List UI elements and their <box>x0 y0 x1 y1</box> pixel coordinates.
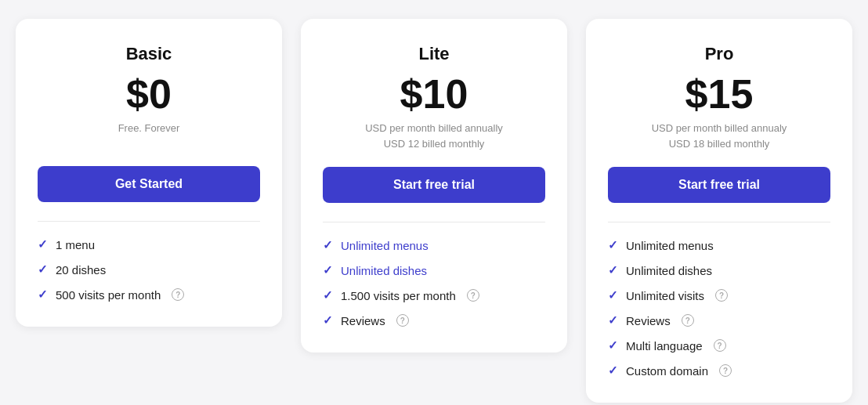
check-icon: ✓ <box>608 238 618 252</box>
list-item: ✓500 visits per month? <box>38 287 260 302</box>
list-item: ✓Custom domain? <box>608 363 830 378</box>
plan-billing-lite: USD per month billed annuallyUSD 12 bill… <box>323 121 545 151</box>
divider-pro <box>608 222 830 222</box>
check-icon: ✓ <box>38 262 48 277</box>
check-icon: ✓ <box>608 263 618 277</box>
feature-text: Unlimited dishes <box>341 264 427 277</box>
features-list-lite: ✓Unlimited menus✓Unlimited dishes✓1.500 … <box>323 238 545 327</box>
feature-text: Reviews <box>626 314 671 327</box>
list-item: ✓20 dishes <box>38 262 260 277</box>
plan-price-basic: $0 <box>38 74 260 114</box>
list-item: ✓Reviews? <box>323 313 545 327</box>
check-icon: ✓ <box>38 287 48 302</box>
plan-button-pro[interactable]: Start free trial <box>608 167 830 203</box>
check-icon: ✓ <box>323 313 333 327</box>
divider-lite <box>323 222 545 222</box>
plan-name-pro: Pro <box>608 44 830 64</box>
plan-billing-pro: USD per month billed annualyUSD 18 bille… <box>608 121 830 151</box>
help-icon[interactable]: ? <box>719 364 732 377</box>
feature-text: Reviews <box>341 314 385 327</box>
plan-card-lite: Lite$10USD per month billed annuallyUSD … <box>301 19 567 353</box>
help-icon[interactable]: ? <box>396 314 409 327</box>
list-item: ✓Unlimited menus <box>323 238 545 252</box>
divider-basic <box>38 221 260 222</box>
help-icon[interactable]: ? <box>714 339 726 352</box>
list-item: ✓Unlimited menus <box>608 238 830 252</box>
check-icon: ✓ <box>608 313 618 327</box>
help-icon[interactable]: ? <box>467 289 479 302</box>
plan-name-lite: Lite <box>323 44 545 64</box>
help-icon[interactable]: ? <box>172 288 184 301</box>
list-item: ✓Unlimited dishes <box>323 263 545 277</box>
check-icon: ✓ <box>38 237 48 251</box>
feature-text: 1 menu <box>56 238 95 251</box>
list-item: ✓Unlimited dishes <box>608 263 830 277</box>
feature-text: Unlimited menus <box>626 239 714 252</box>
check-icon: ✓ <box>608 288 618 302</box>
feature-text: Multi language <box>626 339 703 353</box>
plan-card-basic: Basic$0Free. ForeverGet Started✓1 menu✓2… <box>16 19 282 327</box>
list-item: ✓Reviews? <box>608 313 830 327</box>
plan-billing-basic: Free. Forever <box>38 121 260 150</box>
check-icon: ✓ <box>608 363 618 378</box>
list-item: ✓Multi language? <box>608 338 830 353</box>
plan-price-pro: $15 <box>608 74 830 114</box>
feature-text: Custom domain <box>626 364 708 378</box>
feature-text: 500 visits per month <box>56 288 161 302</box>
check-icon: ✓ <box>323 263 333 277</box>
plan-button-lite[interactable]: Start free trial <box>323 167 545 203</box>
feature-text: Unlimited visits <box>626 289 704 302</box>
plan-button-basic[interactable]: Get Started <box>38 166 260 202</box>
list-item: ✓Unlimited visits? <box>608 288 830 302</box>
feature-text: Unlimited dishes <box>626 264 712 277</box>
check-icon: ✓ <box>608 338 618 353</box>
pricing-container: Basic$0Free. ForeverGet Started✓1 menu✓2… <box>0 0 868 405</box>
feature-text: Unlimited menus <box>341 239 429 252</box>
plan-price-lite: $10 <box>323 74 545 114</box>
check-icon: ✓ <box>323 238 333 252</box>
features-list-basic: ✓1 menu✓20 dishes✓500 visits per month? <box>38 237 260 302</box>
help-icon[interactable]: ? <box>715 289 728 302</box>
help-icon[interactable]: ? <box>682 314 694 327</box>
check-icon: ✓ <box>323 288 333 302</box>
feature-text: 20 dishes <box>56 263 106 277</box>
list-item: ✓1 menu <box>38 237 260 251</box>
plan-card-pro: Pro$15USD per month billed annualyUSD 18… <box>586 19 852 403</box>
plan-name-basic: Basic <box>38 44 260 64</box>
list-item: ✓1.500 visits per month? <box>323 288 545 302</box>
feature-text: 1.500 visits per month <box>341 289 456 302</box>
features-list-pro: ✓Unlimited menus✓Unlimited dishes✓Unlimi… <box>608 238 830 378</box>
